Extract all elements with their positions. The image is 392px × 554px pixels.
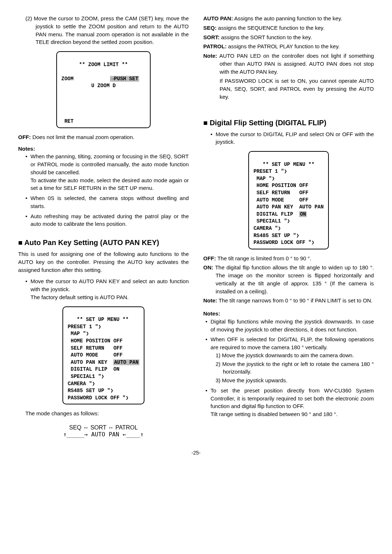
m1-l11: PASSWORD LOCK OFF "❯	[68, 395, 128, 401]
zoom-limit-menu: ** ZOOM LIMIT ** ZOOM →PUSH SET U ZOOM D…	[56, 51, 151, 128]
flip-on-text: The digital flip function allows the til…	[213, 264, 374, 294]
def-seq-label: SEQ:	[203, 25, 217, 31]
left-column: (2) Move the cursor to ZOOM, press the C…	[18, 15, 189, 438]
def-note-label: Note:	[203, 53, 217, 59]
note-item-1: When the panning, tilting, zooming or fo…	[25, 152, 189, 192]
m2-l9: CAMERA "❯	[253, 225, 281, 231]
push-set-highlight: →PUSH SET	[110, 76, 139, 82]
def-seq-text: assigns the SEQUENCE function to the key…	[217, 25, 324, 31]
off-text: Does not limit the manual zoom operation…	[31, 134, 134, 140]
mode-changes-text: The mode changes as follows:	[18, 410, 189, 417]
page-number: -25-	[18, 449, 374, 456]
notes-list-2: Digital flip functions while moving the …	[203, 318, 374, 418]
flip-off-text: The tilt range is limited from 0 ° to 90…	[216, 255, 311, 261]
auto-pan-step-1-text: Move the cursor to AUTO PAN KEY and sele…	[30, 278, 189, 292]
auto-pan-key-heading: ■ Auto Pan Key Setting (AUTO PAN KEY)	[18, 238, 189, 247]
m1-l9: CAMERA "❯	[68, 381, 95, 387]
flip-on-label: ON:	[203, 264, 213, 270]
m1-l5: AUTO MODE OFF	[68, 352, 122, 358]
flip-step-1: Move the cursor to DIGITAL FLIP and sele…	[211, 130, 374, 146]
def-note-text: AUTO PAN LED on the controller does not …	[217, 53, 374, 75]
auto-pan-intro: This is used for assigning one of the fo…	[18, 250, 189, 274]
off-description: OFF: Does not limit the manual zoom oper…	[18, 133, 189, 141]
m1-l3: HOME POSITION OFF	[68, 338, 122, 344]
def-sort-text: assigns the SORT function to the key.	[220, 34, 312, 40]
def-patrol-label: PATROL:	[203, 43, 226, 49]
def-auto-pan-label: AUTO PAN:	[203, 15, 233, 21]
off-label: OFF:	[18, 134, 31, 140]
m2-l5: AUTO MODE OFF	[253, 197, 308, 203]
def-patrol: PATROL: assigns the PATROL PLAY function…	[203, 42, 374, 50]
n2-item-3-text: To set the preset position directly from…	[211, 387, 374, 410]
m2-l1: PRESET 1 "❯	[253, 168, 287, 174]
def-patrol-text: assigns the PATROL PLAY function to the …	[226, 43, 340, 49]
def-note: Note: AUTO PAN LED on the controller doe…	[203, 52, 374, 76]
n2-item-3: To set the preset position directly from…	[205, 387, 374, 418]
flip-steps: Move the cursor to DIGITAL FLIP and sele…	[203, 130, 374, 146]
flip-off: OFF: The tilt range is limited from 0 ° …	[203, 254, 374, 262]
flip-on: ON: The digital flip function allows the…	[203, 264, 374, 295]
def-auto-pan-text: Assigns the auto panning function to the…	[233, 15, 342, 21]
n2-item-2: When OFF is selected for DIGITAL FLIP, t…	[205, 335, 374, 384]
m2-title: ** SET UP MENU **	[253, 162, 314, 167]
flip-note-label: Note:	[203, 297, 217, 304]
digital-flip-heading: ■ Digital Flip Setting (DIGITAL FLIP)	[203, 118, 374, 127]
n2-item-3b-text: Tilt range setting is disabled between 9…	[211, 411, 338, 417]
zoom-title: ** ZOOM LIMIT **	[61, 61, 146, 69]
right-column: AUTO PAN: Assigns the auto panning funct…	[203, 15, 374, 438]
flip-off-label: OFF:	[203, 255, 216, 261]
n2-sub-1: 1) Move the joystick downwards to aim th…	[211, 351, 374, 359]
note-item-2: When 0S is selected, the camera stops wi…	[25, 194, 189, 210]
m1-auto-pan-hl: AUTO PAN	[113, 359, 139, 365]
def-sort-label: SORT:	[203, 34, 220, 40]
auto-pan-steps: Move the cursor to AUTO PAN KEY and sele…	[18, 277, 189, 301]
m2-l11: PASSWORD LOCK OFF "❯	[253, 240, 314, 245]
note-1b-text: To activate the auto mode, select the de…	[30, 177, 189, 191]
m2-l8: SPECIAL1 "❯	[253, 218, 290, 224]
auto-pan-step-1b-text: The factory default setting is AUTO PAN.	[30, 294, 128, 300]
m1-l8: SPECIAL1 "❯	[68, 374, 104, 379]
m1-l1: PRESET 1 "❯	[68, 324, 101, 330]
n2-item-1: Digital flip functions while moving the …	[205, 318, 374, 334]
n2-sub-3: 3) Move the joystick upwards.	[211, 376, 374, 384]
notes-list-1: When the panning, tilting, zooming or fo…	[18, 152, 189, 228]
m2-l7a: DIGITAL FLIP	[253, 211, 299, 217]
m2-l3: HOME POSITION OFF	[253, 183, 308, 188]
diagram-top-row: SEQ ↔ SORT ↔ PATROL	[18, 424, 189, 431]
auto-pan-step-1: Move the cursor to AUTO PAN KEY and sele…	[25, 277, 189, 301]
m2-l4: SELF RETURN OFF	[253, 190, 308, 196]
flip-note-text: The tilt range narrows from 0 ° to 90 ° …	[217, 297, 372, 304]
m2-l6: AUTO PAN KEY AUTO PAN	[253, 204, 323, 210]
note-item-3: Auto refreshing may be activated during …	[25, 212, 189, 228]
setup-menu-1: ** SET UP MENU ** PRESET 1 "❯ MAP "❯ HOM…	[62, 306, 144, 405]
m1-l6a: AUTO PAN KEY	[68, 359, 113, 365]
def-note-cont: If PASSWORD LOCK is set to ON, you canno…	[203, 77, 374, 101]
def-seq: SEQ: assigns the SEQUENCE function to th…	[203, 24, 374, 32]
two-column-layout: (2) Move the cursor to ZOOM, press the C…	[18, 15, 374, 438]
setup-menu-2: ** SET UP MENU ** PRESET 1 "❯ MAP "❯ HOM…	[248, 151, 328, 249]
diagram-bottom-row: ↑_____→ AUTO PAN ←____↑	[18, 431, 189, 438]
n2-sub-2: 2) Move the joystick to the right or lef…	[211, 360, 374, 376]
m1-title: ** SET UP MENU **	[68, 317, 128, 322]
m1-l2: MAP "❯	[68, 331, 89, 337]
n2-item-2-text: When OFF is selected for DIGITAL FLIP, t…	[211, 336, 374, 350]
zoom-row1a: ZOOM	[61, 76, 74, 82]
m1-l4: SELF RETURN OFF	[68, 345, 122, 351]
m2-on-hl: ON	[299, 211, 307, 217]
m1-l7: DIGITAL FLIP ON	[68, 366, 119, 372]
m2-l2: MAP "❯	[253, 176, 275, 182]
mode-cycle-diagram: SEQ ↔ SORT ↔ PATROL ↑_____→ AUTO PAN ←__…	[18, 424, 189, 438]
zoom-row2: U ZOOM D	[61, 82, 146, 90]
step-2-text: (2) Move the cursor to ZOOM, press the C…	[18, 15, 189, 46]
zoom-ret: RET	[61, 118, 74, 124]
note-1-text: When the panning, tilting, zooming or fo…	[30, 153, 189, 175]
def-sort: SORT: assigns the SORT function to the k…	[203, 33, 374, 41]
def-auto-pan: AUTO PAN: Assigns the auto panning funct…	[203, 15, 374, 23]
notes2-heading: Notes:	[203, 310, 374, 318]
m2-l10: RS485 SET UP "❯	[253, 233, 299, 239]
notes-heading: Notes:	[18, 145, 189, 153]
flip-note: Note: The tilt range narrows from 0 ° to…	[203, 297, 374, 305]
m1-l10: RS485 SET UP "❯	[68, 388, 113, 394]
